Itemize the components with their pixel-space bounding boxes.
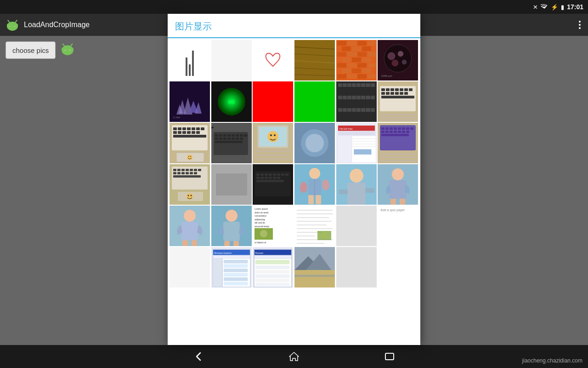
thumbnail-empty-gray[interactable] <box>336 206 377 246</box>
svg-point-207 <box>309 168 320 179</box>
thumbnail-gray-surface[interactable] <box>211 164 252 205</box>
windows-ss: Windows Explorer <box>212 248 251 288</box>
signal-icon: ✕ <box>533 4 538 11</box>
svg-rect-139 <box>338 136 351 162</box>
svg-rect-88 <box>178 127 181 130</box>
svg-rect-41 <box>337 63 346 68</box>
dark-kb-2 <box>253 164 293 205</box>
thumbnail-heart[interactable] <box>253 40 293 80</box>
thumbnail-green[interactable] <box>294 81 335 122</box>
android-logo <box>6 18 19 32</box>
svg-rect-69 <box>386 88 390 91</box>
thumbnail-person-flowers[interactable] <box>294 164 335 205</box>
thumbnail-keyboard-paper-2[interactable] <box>170 123 210 163</box>
svg-rect-79 <box>400 92 403 95</box>
thumbnail-keyboard-cable[interactable] <box>211 123 252 163</box>
thumbnail-windows-screenshot[interactable]: Windows Explorer <box>211 247 252 288</box>
thumbnail-person-5[interactable] <box>211 206 252 246</box>
thumbnail-empty-white-2[interactable] <box>170 247 210 288</box>
thumbnail-screenshot-2[interactable]: Browser <box>253 247 293 288</box>
svg-point-210 <box>300 182 307 193</box>
heart-drawing <box>261 49 284 72</box>
thumbnail-wood[interactable] <box>294 40 335 80</box>
svg-rect-252 <box>213 255 250 258</box>
svg-rect-213 <box>316 195 321 204</box>
svg-rect-169 <box>173 169 176 171</box>
home-button[interactable] <box>288 350 300 363</box>
svg-rect-96 <box>182 131 186 134</box>
svg-rect-33 <box>362 46 371 51</box>
thumbnail-dark-keyboard-2[interactable] <box>253 164 293 205</box>
thumbnail-bars[interactable] <box>170 40 210 80</box>
thumbnail-landscape[interactable] <box>294 247 335 288</box>
key-11 <box>347 96 351 99</box>
back-button[interactable] <box>192 350 205 363</box>
svg-rect-231 <box>223 222 240 241</box>
key-5 <box>356 83 361 87</box>
thumbnail-text-doc[interactable]: Lorem ipsumdolor sit ametconsecteturadip… <box>253 206 293 246</box>
thumbnail-add-quiz[interactable]: Add a quiz paper <box>378 206 418 246</box>
svg-point-211 <box>322 179 329 190</box>
svg-point-57 <box>392 60 398 66</box>
svg-rect-107 <box>215 134 218 137</box>
svg-rect-32 <box>352 46 361 51</box>
svg-rect-175 <box>198 169 201 171</box>
svg-rect-266 <box>255 260 289 264</box>
thumbnail-keyboard-dark[interactable] <box>336 81 377 122</box>
thumbnail-empty-bottom[interactable] <box>336 247 377 288</box>
bar-1 <box>186 58 187 76</box>
svg-point-6 <box>16 20 17 21</box>
thumbnail-crystals[interactable]: 1 mm <box>170 81 210 122</box>
thumbnail-person-closeup[interactable] <box>336 164 377 205</box>
svg-point-16 <box>72 44 73 45</box>
svg-rect-163 <box>381 134 409 136</box>
key-15 <box>366 96 370 99</box>
svg-point-126 <box>267 131 278 142</box>
key-8 <box>371 83 375 87</box>
thumbnail-tablet-paper[interactable] <box>253 123 293 163</box>
key-17 <box>338 108 342 112</box>
svg-rect-117 <box>223 138 226 140</box>
svg-rect-74 <box>409 88 413 91</box>
photo-grid-scroll[interactable]: 1000 μm 1 mm <box>168 38 420 345</box>
svg-rect-94 <box>173 131 177 134</box>
thumbnail-red[interactable] <box>253 81 293 122</box>
thumbnail-empty-1[interactable] <box>211 40 252 80</box>
svg-rect-195 <box>273 173 276 176</box>
svg-point-54 <box>384 45 412 72</box>
thumbnail-person-4[interactable] <box>170 206 210 246</box>
recents-button[interactable] <box>383 350 396 363</box>
thumbnail-purple-keyboard[interactable] <box>378 123 418 163</box>
svg-rect-44 <box>368 63 376 68</box>
choose-pics-button[interactable]: choose pics <box>6 41 56 59</box>
thumbnail-orange-brick[interactable] <box>336 40 377 80</box>
svg-rect-7 <box>9 23 16 26</box>
thumbnail-screenshot-1[interactable]: File Edit View <box>336 123 377 163</box>
svg-point-186 <box>191 195 192 196</box>
thumbnail-keyboard-paper-1[interactable] <box>378 81 418 122</box>
svg-line-5 <box>15 21 17 23</box>
microscope-img: 1000 μm <box>378 40 418 80</box>
thumbnail-keyboard-paper-3[interactable] <box>170 164 210 205</box>
thumbnail-green-8[interactable]: ∞ <box>211 81 252 122</box>
image-picker-dialog: 图片显示 <box>168 14 420 345</box>
overflow-menu-button[interactable] <box>577 19 582 31</box>
svg-point-128 <box>274 134 276 136</box>
thumbnail-microscope[interactable]: 1000 μm <box>378 40 418 80</box>
doc-lines <box>294 206 335 246</box>
svg-point-134 <box>305 134 324 152</box>
svg-rect-34 <box>337 52 346 57</box>
svg-rect-70 <box>390 88 394 91</box>
key-13 <box>356 96 361 99</box>
thumbnail-doc-lines[interactable] <box>294 206 335 246</box>
svg-rect-98 <box>192 131 195 134</box>
svg-rect-174 <box>194 169 197 171</box>
svg-rect-264 <box>254 255 291 258</box>
svg-rect-191 <box>256 173 260 176</box>
doc-text: Lorem ipsumdolor sit ametconsecteturadip… <box>254 207 291 244</box>
person-5 <box>211 206 252 246</box>
svg-text:1000 μm: 1000 μm <box>381 75 392 77</box>
thumbnail-blue-blur[interactable] <box>294 123 335 163</box>
kb-paper-1 <box>378 81 418 122</box>
thumbnail-person-3[interactable] <box>378 164 418 205</box>
